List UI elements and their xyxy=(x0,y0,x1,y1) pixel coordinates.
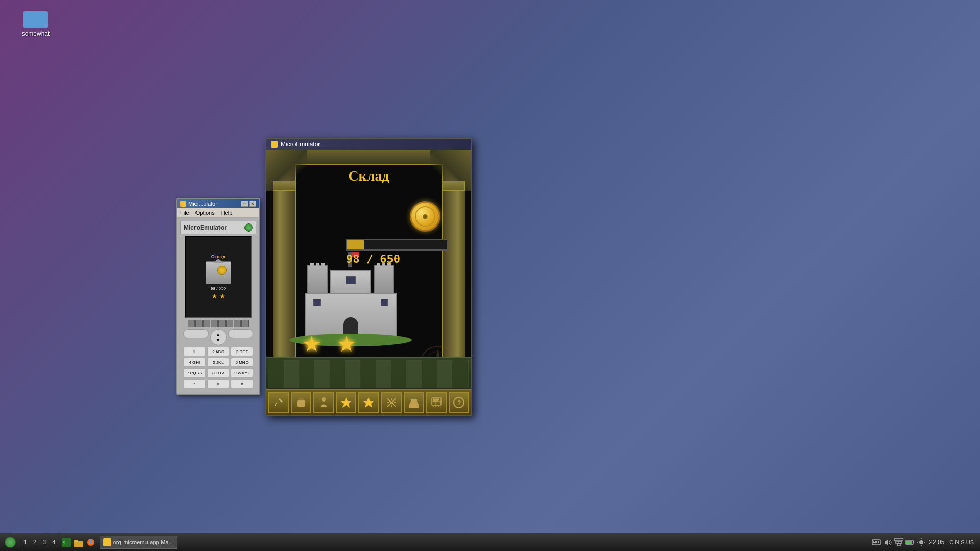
svg-rect-29 xyxy=(878,541,879,542)
small-window-title-text: Micr...ulator xyxy=(188,201,217,207)
toolbar-person-btn[interactable] xyxy=(313,392,334,413)
quick-icon-firefox[interactable] xyxy=(85,537,96,548)
svg-point-42 xyxy=(919,540,923,544)
progress-area: 98 / 650 xyxy=(346,239,448,265)
key-0[interactable]: 0 xyxy=(207,379,230,388)
title-bar-left: Micr...ulator xyxy=(180,201,217,207)
game-screen-small: Склад 98 / 650 ★ ★ xyxy=(185,236,252,318)
action-btn-7[interactable] xyxy=(234,320,241,327)
key-1[interactable]: 1 xyxy=(183,347,206,356)
small-window-title-bar[interactable]: Micr...ulator − × xyxy=(177,199,259,208)
menu-help[interactable]: Help xyxy=(220,209,234,216)
menu-file[interactable]: File xyxy=(179,209,190,216)
start-icon xyxy=(5,537,16,548)
svg-text:MAP: MAP xyxy=(433,398,439,402)
svg-marker-11 xyxy=(363,397,374,408)
toolbar-arrows-btn[interactable] xyxy=(381,392,402,413)
keypad-small: ▲▼ 1 2 ABC 3 DEF 4 GHI 5 JKL 6 MNO 7 PQR… xyxy=(180,329,256,391)
quick-icon-terminal[interactable]: $_ xyxy=(61,537,72,548)
key-3[interactable]: 3 DEF xyxy=(231,347,253,356)
close-button-small[interactable]: × xyxy=(249,201,256,207)
key-7[interactable]: 7 PQRS xyxy=(183,368,206,378)
svg-rect-35 xyxy=(894,539,903,541)
toolbar-map-btn[interactable]: MAP xyxy=(426,392,447,413)
nav-left-btn[interactable] xyxy=(183,329,209,338)
app-icon-small xyxy=(180,201,186,207)
toolbar-sword-btn[interactable] xyxy=(268,392,289,413)
castle-center xyxy=(330,270,371,295)
star-2-main: ★ xyxy=(337,332,356,357)
systray-network-icon[interactable] xyxy=(894,538,903,547)
workspace-3[interactable]: 3 xyxy=(40,538,48,547)
arch-top xyxy=(292,150,446,165)
castle-tower-left xyxy=(307,265,328,295)
game-title-main: Склад xyxy=(266,168,471,184)
svg-rect-28 xyxy=(876,541,877,542)
action-btn-5[interactable] xyxy=(218,320,226,327)
workspace-2[interactable]: 2 xyxy=(31,538,39,547)
menu-options[interactable]: Options xyxy=(194,209,216,216)
svg-rect-22 xyxy=(74,540,78,542)
taskbar-start-button[interactable] xyxy=(2,535,18,549)
main-app-icon xyxy=(271,141,278,148)
main-game-screen: Склад xyxy=(266,150,471,415)
action-btn-3[interactable] xyxy=(203,320,210,327)
key-star[interactable]: * xyxy=(183,379,206,388)
minimize-button-small[interactable]: − xyxy=(241,201,248,207)
toolbar-star1-btn[interactable] xyxy=(336,392,356,413)
taskbar-task-label: org-microemu-app-Ma... xyxy=(113,539,174,545)
keypad-nav-row: ▲▼ xyxy=(183,329,253,345)
power-button-small[interactable] xyxy=(244,223,253,232)
game-toolbar: MAP ? xyxy=(266,389,471,415)
systray-indicators: C N S US xyxy=(949,539,974,545)
action-btn-6[interactable] xyxy=(226,320,233,327)
desktop-folder-somewhat[interactable]: somewhat xyxy=(15,8,56,37)
folder-icon xyxy=(23,8,48,28)
action-btn-4[interactable] xyxy=(211,320,218,327)
key-9[interactable]: 9 WXYZ xyxy=(231,368,253,378)
svg-rect-14 xyxy=(411,399,417,402)
key-8[interactable]: 8 TUV xyxy=(207,368,230,378)
workspace-4[interactable]: 4 xyxy=(50,538,58,547)
stars-small: ★ ★ xyxy=(212,293,225,300)
svg-text:?: ? xyxy=(457,399,461,407)
nav-right-btn[interactable] xyxy=(228,329,254,338)
game-screen-inner-small: Склад 98 / 650 ★ ★ xyxy=(186,237,251,317)
action-bar-small xyxy=(180,320,256,327)
keypad-row-4: * 0 # xyxy=(183,379,253,388)
star-1-main: ★ xyxy=(302,332,322,357)
toolbar-bags-btn[interactable] xyxy=(291,392,311,413)
key-6[interactable]: 6 MNO xyxy=(231,358,253,367)
key-5[interactable]: 5 JKL xyxy=(207,358,230,367)
toolbar-help-btn[interactable]: ? xyxy=(449,392,469,413)
systray-icons xyxy=(872,538,926,547)
quick-icon-folder[interactable] xyxy=(73,537,84,548)
taskbar-task-microemu[interactable]: org-microemu-app-Ma... xyxy=(100,536,177,549)
main-window-title-bar[interactable]: MicroEmulator xyxy=(266,139,471,150)
svg-rect-27 xyxy=(875,541,876,542)
nav-center-btn[interactable]: ▲▼ xyxy=(210,329,227,345)
systray-volume-icon[interactable] xyxy=(883,538,892,547)
keypad-row-2: 4 GHI 5 JKL 6 MNO xyxy=(183,358,253,367)
svg-rect-40 xyxy=(913,541,914,543)
toolbar-star2-btn[interactable] xyxy=(358,392,379,413)
workspace-1[interactable]: 1 xyxy=(21,538,29,547)
taskbar-systray: 22:05 C N S US xyxy=(868,538,978,547)
action-btn-1[interactable] xyxy=(188,320,195,327)
key-2[interactable]: 2 ABC xyxy=(207,347,230,356)
key-4[interactable]: 4 GHI xyxy=(183,358,206,367)
action-btn-8[interactable] xyxy=(241,320,249,327)
action-btn-2[interactable] xyxy=(195,320,203,327)
svg-rect-31 xyxy=(875,542,877,543)
svg-rect-30 xyxy=(873,542,875,543)
castle xyxy=(305,267,397,339)
key-hash[interactable]: # xyxy=(231,379,253,388)
toolbar-build-btn[interactable] xyxy=(404,392,424,413)
ground-tiles xyxy=(266,357,471,390)
progress-label: 98 / 650 xyxy=(346,253,448,265)
main-window-title: MicroEmulator xyxy=(281,141,320,148)
score-small: 98 / 650 xyxy=(211,286,226,291)
systray-brightness-icon[interactable] xyxy=(917,538,926,547)
systray-battery-icon[interactable] xyxy=(905,538,915,547)
systray-keyboard-icon[interactable] xyxy=(872,538,881,547)
